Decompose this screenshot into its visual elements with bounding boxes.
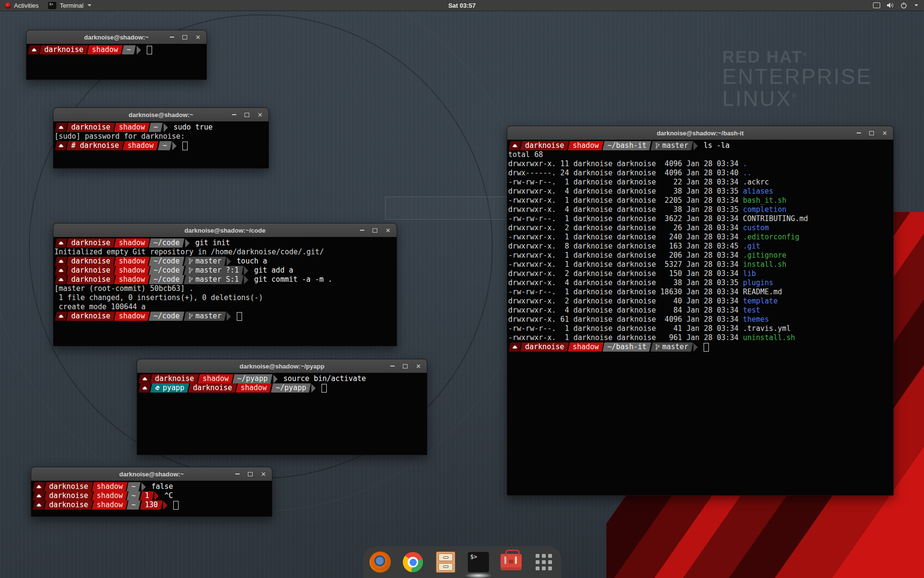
prompt-segment-git: master — [184, 257, 226, 266]
activities-button[interactable]: Activities — [0, 0, 43, 11]
dock-item-toolbox[interactable] — [500, 551, 522, 573]
file-name: .git — [743, 242, 760, 250]
dock-item-chrome[interactable] — [402, 551, 424, 573]
prompt-segment-path: ~/code — [149, 257, 184, 266]
file-list-row: drwxrwxr-x. 2 darknoise darknoise 40 Jan… — [508, 297, 892, 306]
file-meta: -rwxrwxr-x. 1 darknoise darknoise 240 Ja… — [508, 233, 743, 241]
prompt-arrow-cap — [693, 343, 698, 352]
dock-item-app-grid[interactable] — [533, 551, 555, 573]
system-status-area[interactable] — [870, 0, 921, 11]
minimize-button[interactable] — [360, 230, 364, 231]
file-name: .editorconfig — [743, 233, 799, 241]
prompt-segment-git: master S:1 — [184, 275, 244, 284]
redhat-fedora-icon — [512, 345, 518, 350]
prompt-segment-hat — [33, 491, 45, 500]
prompt-segment-path: ~ — [122, 45, 136, 54]
logo-line-linux: LINUX® — [722, 88, 872, 110]
prompt-arrow-cap — [141, 483, 146, 491]
terminal-content[interactable]: darknoiseshadow~/pyappsource bin/activat… — [137, 373, 427, 455]
firefox-icon — [370, 552, 391, 573]
dock-item-firefox[interactable] — [369, 551, 391, 573]
git-branch-icon — [189, 267, 193, 274]
file-meta: -rw-rw-r--. 1 darknoise darknoise 18630 … — [508, 288, 743, 296]
minimize-button[interactable] — [170, 37, 174, 38]
file-meta: -rwxrwxr-x. 1 darknoise darknoise 5327 J… — [508, 260, 743, 269]
file-name: plugins — [743, 278, 773, 287]
display-icon — [873, 2, 880, 8]
close-button[interactable]: ✕ — [385, 227, 391, 234]
window-titlebar[interactable]: darknoise@shadow:~ ✕ — [31, 467, 272, 481]
terminal-content[interactable]: darknoiseshadow~ — [26, 44, 206, 79]
dock-item-files[interactable] — [435, 551, 457, 573]
prompt-segment-path: ~/code — [149, 238, 184, 248]
prompt-arrow-cap — [244, 266, 248, 275]
prompt-segment-hat — [55, 275, 67, 284]
terminal-window-pyapp: darknoise@shadow:~/pyapp ✕ darknoiseshad… — [137, 359, 427, 455]
file-list-row: drwxrwxr-x. 4 darknoise darknoise 38 Jan… — [508, 205, 892, 214]
maximize-button[interactable] — [372, 228, 377, 233]
window-title: darknoise@shadow:~ — [119, 471, 184, 478]
file-meta: -rw-rw-r--. 1 darknoise darknoise 22 Jan… — [508, 178, 743, 186]
redhat-fedora-icon — [36, 503, 42, 508]
maximize-button[interactable] — [869, 131, 874, 135]
close-button[interactable]: ✕ — [195, 34, 201, 40]
maximize-button[interactable] — [182, 35, 187, 39]
terminal-content[interactable]: darknoiseshadow~sudo true[sudo] password… — [53, 121, 269, 168]
prompt-arrow-cap — [311, 384, 316, 393]
prompt-segment-git: master — [651, 141, 693, 150]
prompt-segment-path: ~ — [127, 491, 141, 500]
window-titlebar[interactable]: darknoise@shadow:~/pyapp ✕ — [137, 359, 427, 373]
file-list-row: -rw-rw-r--. 1 darknoise darknoise 22 Jan… — [508, 178, 892, 187]
dock-item-terminal[interactable]: $> — [467, 551, 489, 573]
close-button[interactable]: ✕ — [416, 363, 421, 369]
terminal-icon: $> — [468, 552, 489, 572]
clock[interactable]: Sat 03:57 — [0, 0, 924, 11]
maximize-button[interactable] — [244, 113, 249, 117]
prompt-segment-user: darknoise — [150, 374, 199, 383]
terminal-content[interactable]: darknoiseshadow~/bash-itmasterls -latota… — [507, 140, 893, 495]
terminal-content[interactable]: darknoiseshadow~/codegit initInitialized… — [53, 237, 397, 346]
file-meta: drwxrwxr-x. 8 darknoise darknoise 163 Ja… — [508, 242, 743, 250]
file-name: .travis.yml — [743, 324, 791, 333]
file-list-row: drwxrwxr-x. 4 darknoise darknoise 38 Jan… — [508, 187, 892, 196]
app-menu-terminal[interactable]: $> Terminal — [43, 0, 96, 11]
window-titlebar[interactable]: darknoise@shadow:~ ✕ — [26, 30, 206, 44]
minimize-button[interactable] — [857, 132, 861, 133]
prompt-segment-hat — [139, 374, 151, 383]
close-button[interactable]: ✕ — [882, 130, 887, 136]
file-list-row: drwxrwxr-x. 8 darknoise darknoise 163 Ja… — [508, 242, 892, 251]
shell-prompt-line: darknoiseshadow~130 — [32, 500, 271, 510]
window-titlebar[interactable]: darknoise@shadow:~/code ✕ — [53, 223, 397, 237]
prompt-segment-hat — [139, 383, 151, 393]
minimize-button[interactable] — [235, 473, 240, 474]
window-titlebar[interactable]: darknoise@shadow:~ ✕ — [53, 108, 269, 122]
minimize-button[interactable] — [390, 366, 395, 367]
prompt-segment-path: ~ — [149, 123, 163, 132]
prompt-segment-path: ~/bash-it — [603, 141, 651, 150]
close-button[interactable]: ✕ — [257, 112, 263, 118]
minimize-button[interactable] — [232, 114, 236, 115]
maximize-button[interactable] — [248, 472, 253, 476]
prompt-segment-host: shadow — [123, 141, 158, 150]
prompt-segment-user: darknoise — [66, 257, 115, 266]
shell-prompt-line: darknoiseshadow~1^C — [32, 491, 271, 500]
file-meta: -rwxrwxr-x. 1 darknoise darknoise 206 Ja… — [508, 251, 743, 260]
window-titlebar[interactable]: darknoise@shadow:~/bash-it ✕ — [507, 126, 893, 140]
file-list-row: -rw-rw-r--. 1 darknoise darknoise 41 Jan… — [508, 324, 892, 333]
git-branch-icon — [189, 313, 193, 319]
redhat-fedora-icon — [36, 494, 42, 499]
redhat-fedora-icon — [58, 241, 64, 246]
prompt-segment-host: shadow — [92, 482, 128, 491]
prompt-segment-hat — [55, 238, 67, 248]
typed-command: git init — [195, 238, 230, 248]
maximize-button[interactable] — [403, 364, 408, 368]
prompt-segment-user: darknoise — [66, 266, 115, 275]
git-branch-icon — [189, 276, 193, 283]
git-branch-icon — [655, 344, 660, 350]
close-button[interactable]: ✕ — [261, 471, 266, 477]
prompt-arrow-cap — [137, 46, 141, 54]
shell-prompt-line: darknoiseshadow~/pyappsource bin/activat… — [138, 374, 426, 383]
terminal-content[interactable]: darknoiseshadow~falsedarknoiseshadow~1^C… — [31, 481, 272, 516]
prompt-segment-hat — [55, 312, 67, 321]
file-name: template — [743, 297, 778, 305]
